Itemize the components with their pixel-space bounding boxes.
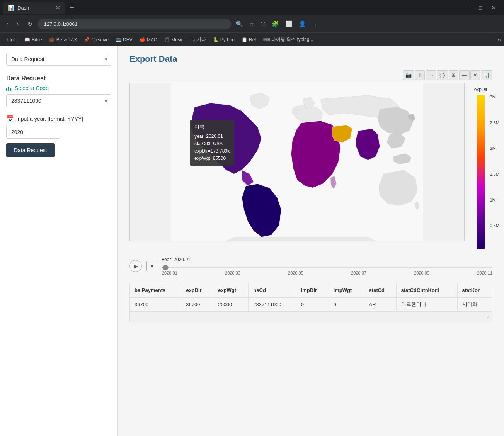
- app-dropdown[interactable]: Data Request: [6, 53, 111, 66]
- code-dropdown-container: 2837111000: [6, 94, 111, 107]
- tab-close-button[interactable]: ✕: [56, 5, 60, 11]
- select-code-text: Select a Code: [15, 85, 49, 91]
- bookmark-info-label: Info: [10, 37, 17, 42]
- bookmark-python[interactable]: 🐍 Python: [210, 36, 238, 43]
- slider-thumb[interactable]: [163, 265, 168, 270]
- minimize-button[interactable]: ─: [461, 0, 475, 15]
- restore-button[interactable]: □: [475, 0, 487, 15]
- new-tab-button[interactable]: +: [66, 3, 77, 12]
- cell-expDlr: 36700: [181, 297, 213, 311]
- box-select-tool-button[interactable]: ⊞: [449, 70, 458, 80]
- bookmarks-more-button[interactable]: »: [497, 36, 501, 43]
- zoom-out-tool-button[interactable]: —: [459, 70, 470, 80]
- active-tab[interactable]: 📊 Dash ✕: [3, 2, 65, 14]
- main-content: Export Data 📷 ✛ ⋯ ◯ ⊞ — ✕ 📊: [118, 46, 504, 436]
- close-button[interactable]: ✕: [487, 0, 501, 15]
- play-button[interactable]: ▶: [129, 260, 142, 272]
- bar-chart-icon: [6, 85, 12, 91]
- export-title: Export Data: [129, 54, 492, 64]
- address-bar[interactable]: [38, 19, 231, 29]
- table-wrapper: balPayments expDlr expWgt hsCd impDlr im…: [129, 283, 492, 322]
- bookmark-python-label: Python: [220, 37, 235, 42]
- tick-5: 2020.09: [414, 271, 429, 275]
- table-header-row: balPayments expDlr expWgt hsCd impDlr im…: [130, 283, 492, 297]
- zoom-in-tool-button[interactable]: ✛: [415, 70, 425, 80]
- scale-label-1m: 1M: [490, 198, 499, 202]
- table-row: 36700 36700 20000 2837111000 0 0 AR 아르헨티…: [130, 297, 492, 311]
- bookmark-biz[interactable]: 💼 Biz & TAX: [46, 36, 80, 43]
- world-map-svg: [130, 83, 464, 241]
- bible-bookmark-icon: 📖: [24, 37, 30, 42]
- slider-wrapper: year=2020.01 2020.01 2020.03 2020.05 202…: [162, 257, 492, 275]
- animation-bar: ▶ ■ year=2020.01 2020.01 2020.03 2020.05…: [129, 257, 492, 275]
- tick-4: 2020.07: [351, 271, 366, 275]
- cell-hsCd: 2837111000: [249, 297, 296, 311]
- scale-label-1.5m: 1.5M: [490, 172, 499, 176]
- stop-button[interactable]: ■: [146, 261, 157, 271]
- scroll-right-icon[interactable]: ›: [487, 313, 489, 320]
- bookmark-ref[interactable]: 📋 Ref: [238, 36, 259, 43]
- select-code-label: Select a Code: [6, 85, 111, 91]
- data-request-button[interactable]: Data Request: [6, 143, 55, 157]
- col-header-statCdCntnKor1: statCdCntnKor1: [396, 283, 457, 297]
- scale-label-2.5m: 2.5M: [490, 120, 499, 125]
- window-controls: ─ □ ✕: [461, 0, 501, 15]
- music-bookmark-icon: 🎵: [164, 37, 170, 42]
- color-scale: expDlr 3M 2.5M 2M 1.5M 1M 0.5M: [469, 83, 492, 249]
- bookmark-bible[interactable]: 📖 Bible: [21, 36, 45, 43]
- slider-track[interactable]: [162, 267, 492, 268]
- cell-balPayments: 36700: [130, 297, 181, 311]
- bookmark-creative[interactable]: 📌 Creative: [81, 36, 112, 43]
- code-dropdown[interactable]: 2837111000: [6, 94, 111, 107]
- reload-button[interactable]: ↻: [24, 19, 36, 29]
- tick-6: 2020.11: [477, 271, 492, 275]
- bookmark-music[interactable]: 🎵 Music: [161, 36, 186, 43]
- bookmark-music-label: Music: [171, 37, 183, 42]
- bookmark-mac[interactable]: 🍎 MAC: [136, 36, 160, 43]
- screenshot-icon[interactable]: ⬡: [258, 19, 268, 29]
- bookmark-info[interactable]: ℹ Info: [3, 36, 20, 43]
- python-bookmark-icon: 🐍: [213, 37, 219, 42]
- year-input[interactable]: [6, 126, 60, 139]
- kita-bookmark-icon: 🗂: [191, 37, 195, 42]
- back-button[interactable]: ‹: [3, 19, 11, 29]
- bookmark-ref-label: Ref: [249, 37, 256, 42]
- content-inner: Export Data 📷 ✛ ⋯ ◯ ⊞ — ✕ 📊: [118, 46, 504, 330]
- tab-favicon: 📊: [8, 5, 14, 11]
- cell-impWgt: 0: [329, 297, 364, 311]
- col-header-expDlr: expDlr: [181, 283, 213, 297]
- reset-tool-button[interactable]: ✕: [470, 70, 480, 80]
- bookmark-kita[interactable]: 🗂 기타: [187, 36, 209, 44]
- split-view-icon[interactable]: ⬜: [283, 19, 295, 29]
- bookmark-creative-label: Creative: [91, 37, 109, 42]
- bookmark-bible-label: Bible: [32, 37, 42, 42]
- lens-icon[interactable]: 🔍: [233, 19, 245, 29]
- app-body: Data Request Data Request Select a Code …: [0, 46, 504, 436]
- cell-impDlr: 0: [296, 297, 329, 311]
- col-header-impWgt: impWgt: [329, 283, 364, 297]
- bookmark-dev[interactable]: 💻 DEV: [112, 36, 136, 43]
- menu-icon[interactable]: ⋮: [310, 19, 320, 29]
- map-container[interactable]: 미국 year=2020.01 statCd3=USA expDlr=173.7…: [129, 83, 465, 241]
- col-header-statKor: statKor: [457, 283, 492, 297]
- info-bookmark-icon: ℹ: [6, 37, 8, 42]
- data-table: balPayments expDlr expWgt hsCd impDlr im…: [130, 283, 492, 311]
- biz-bookmark-icon: 💼: [49, 37, 55, 42]
- camera-tool-button[interactable]: 📷: [403, 70, 414, 80]
- bookmarks-bar: ℹ Info 📖 Bible 💼 Biz & TAX 📌 Creative 💻 …: [0, 32, 504, 46]
- tab-title: Dash: [17, 5, 29, 11]
- bookmark-star-icon[interactable]: ☆: [247, 19, 257, 29]
- lasso-tool-button[interactable]: ◯: [437, 70, 448, 80]
- col-header-statCd: statCd: [364, 283, 396, 297]
- scale-label-0.5m: 0.5M: [490, 223, 499, 228]
- col-header-expWgt: expWgt: [213, 283, 249, 297]
- plotly-logo-button[interactable]: 📊: [481, 70, 492, 80]
- pan-tool-button[interactable]: ⋯: [426, 70, 436, 80]
- browser-chrome: 📊 Dash ✕ + ─ □ ✕ ‹ › ↻ 🔍 ☆ ⬡ 🧩 ⬜ 👤 ⋮ ℹ I…: [0, 0, 504, 46]
- extension-icon[interactable]: 🧩: [269, 19, 281, 29]
- sidebar-section-title: Data Request: [6, 75, 111, 82]
- creative-bookmark-icon: 📌: [84, 37, 90, 42]
- bookmark-typing[interactable]: ⌨ 타이핑 웍스 typing...: [260, 36, 317, 44]
- profile-icon[interactable]: 👤: [296, 19, 308, 29]
- forward-button[interactable]: ›: [14, 19, 22, 29]
